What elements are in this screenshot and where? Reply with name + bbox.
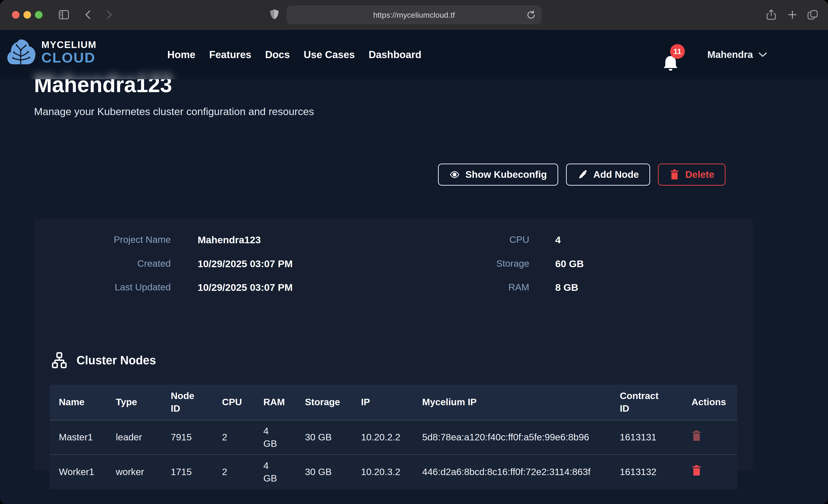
col-header-type: Type <box>116 396 171 409</box>
trash-icon <box>692 430 701 441</box>
browser-window: https://myceliumcloud.tf <box>0 0 828 504</box>
col-header-actions: Actions <box>692 396 728 409</box>
cell-ram: 4 GB <box>263 459 305 485</box>
last-updated-value: 10/29/2025 03:07 PM <box>198 282 293 293</box>
app-navbar: Mahendra123 MYCELIUM CLOUD Home Features… <box>0 30 828 79</box>
mycelium-cloud-logo-icon <box>6 39 36 66</box>
user-menu[interactable]: Mahendra <box>707 30 767 79</box>
trash-icon <box>692 465 701 476</box>
storage-value: 60 GB <box>555 258 584 269</box>
cell-mycelium-ip: 446:d2a6:8bcd:8c16:ff0f:72e2:3114:863f <box>422 466 620 478</box>
cell-ip: 10.20.3.2 <box>361 466 422 478</box>
brand-line2: CLOUD <box>41 50 96 65</box>
cluster-action-buttons: Show Kubeconfig Add Node Delete <box>438 164 726 185</box>
minimize-window-button[interactable] <box>24 11 31 18</box>
cluster-nodes-title: Cluster Nodes <box>77 353 156 367</box>
show-kubeconfig-button[interactable]: Show Kubeconfig <box>438 164 558 185</box>
tab-overview-icon[interactable] <box>806 9 819 21</box>
cell-storage: 30 GB <box>305 431 361 444</box>
col-header-ip: IP <box>361 396 422 409</box>
ram-label: RAM <box>392 282 529 293</box>
back-icon[interactable] <box>82 9 94 21</box>
delete-cluster-button[interactable]: Delete <box>658 164 726 185</box>
cell-type: worker <box>116 466 171 478</box>
page-content: Mahendra123 Manage your Kubernetes clust… <box>0 30 828 504</box>
chevron-down-icon <box>758 52 767 57</box>
privacy-shield-icon[interactable] <box>268 8 280 20</box>
pencil-icon <box>577 169 588 180</box>
storage-label: Storage <box>392 258 529 269</box>
notifications-button[interactable]: 11 <box>662 52 681 73</box>
delete-node-button[interactable] <box>692 465 702 477</box>
created-value: 10/29/2025 03:07 PM <box>198 258 293 269</box>
brand-text: MYCELIUM CLOUD <box>41 40 96 65</box>
delete-node-button[interactable] <box>692 430 702 442</box>
sidebar-toggle-icon[interactable] <box>58 9 70 21</box>
reload-icon[interactable] <box>526 9 537 20</box>
cell-node-id: 1715 <box>171 466 222 478</box>
delete-label: Delete <box>685 169 714 180</box>
project-name-label: Project Name <box>34 234 171 245</box>
cluster-nodes-table: Name Type Node ID CPU RAM Storage IP Myc… <box>50 384 737 489</box>
cluster-nodes-heading: Cluster Nodes <box>52 352 156 369</box>
cell-type: leader <box>116 431 171 444</box>
table-header-row: Name Type Node ID CPU RAM Storage IP Myc… <box>50 384 737 420</box>
col-header-cpu: CPU <box>222 396 263 409</box>
nav-item-dashboard[interactable]: Dashboard <box>369 49 421 60</box>
nav-item-home[interactable]: Home <box>167 49 195 60</box>
cell-node-id: 7915 <box>171 431 222 444</box>
table-row-master1: Master1 leader 7915 2 4 GB 30 GB 10.20.2… <box>50 420 737 455</box>
col-header-ram: RAM <box>263 396 305 409</box>
forward-icon[interactable] <box>103 9 115 21</box>
page-subtitle: Manage your Kubernetes cluster configura… <box>34 106 314 118</box>
traffic-lights <box>12 11 43 18</box>
cpu-value: 4 <box>555 234 561 246</box>
cpu-label: CPU <box>392 234 529 245</box>
col-header-storage: Storage <box>305 396 361 409</box>
browser-chrome: https://myceliumcloud.tf <box>0 0 828 30</box>
add-node-button[interactable]: Add Node <box>566 164 650 185</box>
nav-menu: Home Features Docs Use Cases Dashboard <box>167 30 421 79</box>
project-name-value: Mahendra123 <box>198 234 261 246</box>
nav-item-features[interactable]: Features <box>209 49 251 60</box>
brand-logo[interactable]: MYCELIUM CLOUD <box>6 39 96 66</box>
zoom-window-button[interactable] <box>35 11 43 18</box>
url-text: https://myceliumcloud.tf <box>373 10 455 19</box>
notification-badge: 11 <box>670 44 685 59</box>
address-bar[interactable]: https://myceliumcloud.tf <box>287 5 542 24</box>
cell-cpu: 2 <box>222 431 263 444</box>
cell-ip: 10.20.2.2 <box>361 431 422 444</box>
show-kubeconfig-label: Show Kubeconfig <box>465 169 547 180</box>
cell-contract-id: 1613132 <box>620 466 692 478</box>
cell-contract-id: 1613131 <box>620 431 692 444</box>
created-label: Created <box>34 258 171 269</box>
cluster-info-panel: Project Name Mahendra123 Created 10/29/2… <box>34 219 753 470</box>
brand-line1: MYCELIUM <box>41 40 96 50</box>
nav-item-docs[interactable]: Docs <box>265 49 290 60</box>
cell-name: Worker1 <box>59 466 116 478</box>
user-name: Mahendra <box>707 49 753 60</box>
blurred-title-ghost: Mahendra123 <box>35 70 173 79</box>
col-header-name: Name <box>59 396 116 409</box>
cell-name: Master1 <box>59 431 116 444</box>
trash-icon <box>669 169 680 180</box>
cell-storage: 30 GB <box>305 466 361 478</box>
close-window-button[interactable] <box>12 11 19 18</box>
new-tab-icon[interactable] <box>786 9 798 21</box>
eye-icon <box>449 169 460 180</box>
add-node-label: Add Node <box>593 169 639 180</box>
cell-ram: 4 GB <box>263 425 305 450</box>
share-icon[interactable] <box>765 9 777 21</box>
col-header-mycelium-ip: Mycelium IP <box>422 396 620 409</box>
ram-value: 8 GB <box>555 282 578 293</box>
col-header-node-id: Node ID <box>171 390 222 415</box>
col-header-contract-id: Contract ID <box>620 390 692 415</box>
cell-cpu: 2 <box>222 466 263 478</box>
nav-item-use-cases[interactable]: Use Cases <box>303 49 355 60</box>
table-row-worker1: Worker1 worker 1715 2 4 GB 30 GB 10.20.3… <box>50 455 737 489</box>
sitemap-icon <box>52 352 67 369</box>
cell-mycelium-ip: 5d8:78ea:a120:f40c:ff0f:a5fe:99e6:8b96 <box>422 431 620 444</box>
last-updated-label: Last Updated <box>34 282 171 293</box>
